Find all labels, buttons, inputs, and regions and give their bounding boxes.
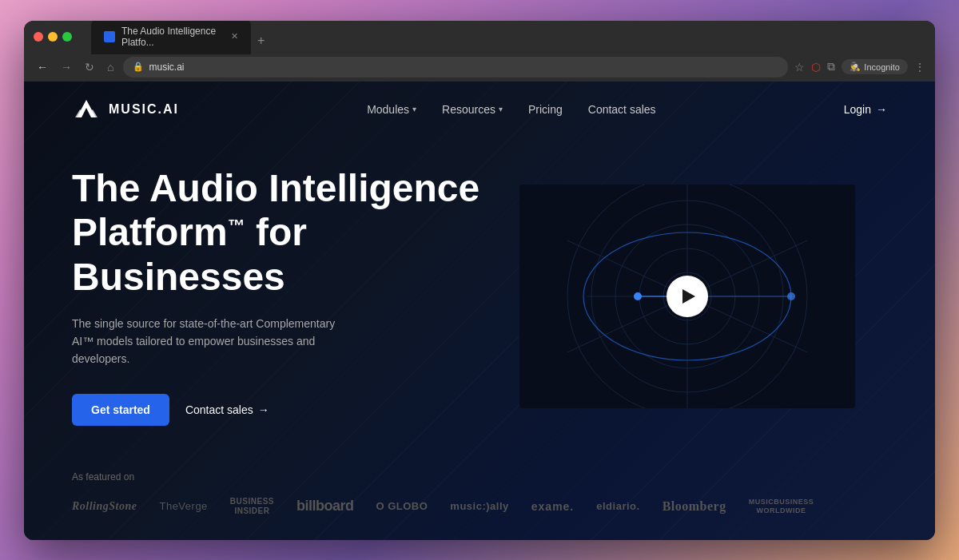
- nav-resources-label: Resources: [442, 103, 495, 116]
- tab-close-icon[interactable]: ✕: [231, 31, 238, 42]
- featured-logo-musically: music:)ally: [450, 500, 508, 512]
- extensions-icon[interactable]: ⧉: [827, 60, 835, 73]
- home-button[interactable]: ⌂: [104, 59, 117, 75]
- menu-icon[interactable]: ⋮: [914, 61, 925, 73]
- refresh-button[interactable]: ↻: [82, 59, 97, 75]
- back-button[interactable]: ←: [34, 59, 51, 75]
- extension-icon[interactable]: ⬡: [811, 61, 821, 73]
- logo[interactable]: MUSIC.AI: [72, 98, 179, 121]
- new-tab-button[interactable]: +: [251, 27, 271, 54]
- featured-logo-exame: exame.: [531, 500, 574, 513]
- hero-left: The Audio Intelligence Platform™ for Bus…: [72, 166, 487, 426]
- logo-icon: [72, 98, 101, 121]
- incognito-indicator: 🕵 Incognito: [842, 59, 908, 74]
- nav-contact-label: Contact sales: [588, 103, 656, 116]
- login-arrow-icon: →: [876, 103, 887, 116]
- featured-logo-oglobo: O GLOBO: [376, 500, 428, 512]
- bookmark-icon[interactable]: ☆: [794, 61, 805, 73]
- nav-links: Modules ▾ Resources ▾ Pricing Contact sa…: [367, 103, 655, 116]
- website-content: MUSIC.AI Modules ▾ Resources ▾ Pricing C…: [24, 81, 935, 540]
- forward-button[interactable]: →: [58, 59, 75, 75]
- contact-sales-arrow-icon: →: [258, 403, 269, 416]
- resources-chevron-icon: ▾: [499, 105, 503, 113]
- incognito-icon: 🕵: [850, 62, 861, 72]
- hero-desc-text: The single source for state-of-the-art C…: [72, 317, 335, 366]
- nav-contact-sales[interactable]: Contact sales: [588, 103, 656, 116]
- hero-visualization: [519, 185, 855, 408]
- browser-titlebar: The Audio Intelligence Platfo... ✕ +: [24, 21, 935, 53]
- fullscreen-button[interactable]: [62, 32, 72, 42]
- browser-window: The Audio Intelligence Platfo... ✕ + ← →…: [24, 21, 935, 540]
- featured-logo-bloomberg: Bloomberg: [663, 499, 726, 514]
- traffic-lights: [34, 32, 72, 42]
- featured-logo-billboard: billboard: [296, 498, 354, 514]
- minimize-button[interactable]: [48, 32, 58, 42]
- featured-label: As featured on: [72, 471, 887, 483]
- login-button[interactable]: Login →: [844, 103, 887, 116]
- url-text: music.ai: [149, 62, 184, 73]
- get-started-button[interactable]: Get started: [72, 394, 169, 426]
- hero-section: The Audio Intelligence Platform™ for Bus…: [24, 137, 935, 455]
- nav-modules-label: Modules: [367, 103, 409, 116]
- close-button[interactable]: [34, 32, 43, 42]
- hero-title: The Audio Intelligence Platform™ for Bus…: [72, 166, 487, 299]
- browser-tabs: The Audio Intelligence Platfo... ✕ +: [91, 21, 271, 54]
- featured-logos: RollingStone TheVerge BUSINESSINSIDER bi…: [72, 497, 887, 516]
- contact-sales-label: Contact sales: [185, 403, 253, 416]
- hero-title-tm: ™: [228, 216, 245, 236]
- contact-sales-button[interactable]: Contact sales →: [185, 403, 269, 416]
- featured-logo-rollingstone: RollingStone: [72, 500, 137, 513]
- nav-pricing-label: Pricing: [528, 103, 563, 116]
- nav-pricing[interactable]: Pricing: [528, 103, 563, 116]
- incognito-label: Incognito: [864, 62, 900, 72]
- tab-title: The Audio Intelligence Platfo...: [121, 26, 221, 48]
- hero-title-line1: The Audio Intelligence: [72, 167, 480, 209]
- nav-resources[interactable]: Resources ▾: [442, 103, 503, 116]
- play-icon: [682, 289, 695, 304]
- hero-buttons: Get started Contact sales →: [72, 394, 487, 426]
- browser-toolbar: ← → ↻ ⌂ 🔒 music.ai ☆ ⬡ ⧉ 🕵 Incognito ⋮: [24, 53, 935, 81]
- featured-logo-theverge: TheVerge: [159, 500, 207, 512]
- modules-chevron-icon: ▾: [412, 105, 416, 113]
- active-tab[interactable]: The Audio Intelligence Platfo... ✕: [91, 21, 251, 54]
- toolbar-actions: ☆ ⬡ ⧉ 🕵 Incognito ⋮: [794, 59, 925, 74]
- tab-favicon: [104, 31, 115, 42]
- browser-chrome: The Audio Intelligence Platfo... ✕ + ← →…: [24, 21, 935, 81]
- lock-icon: 🔒: [133, 62, 144, 72]
- nav-modules[interactable]: Modules ▾: [367, 103, 416, 116]
- hero-title-line2: Platform: [72, 211, 228, 253]
- logo-text: MUSIC.AI: [109, 102, 179, 117]
- main-nav: MUSIC.AI Modules ▾ Resources ▾ Pricing C…: [24, 81, 935, 137]
- hero-description: The single source for state-of-the-art C…: [72, 315, 344, 368]
- featured-logo-businessinsider: BUSINESSINSIDER: [230, 497, 274, 516]
- play-button[interactable]: [667, 276, 708, 317]
- login-label: Login: [844, 103, 871, 116]
- audio-viz: [519, 185, 855, 408]
- address-bar[interactable]: 🔒 music.ai: [123, 57, 788, 77]
- featured-section: As featured on RollingStone TheVerge BUS…: [24, 455, 935, 540]
- featured-logo-eldiario: eldiario.: [596, 500, 639, 512]
- featured-logo-musicbusiness: MUSICBUSINESSWORLDWIDE: [749, 498, 814, 515]
